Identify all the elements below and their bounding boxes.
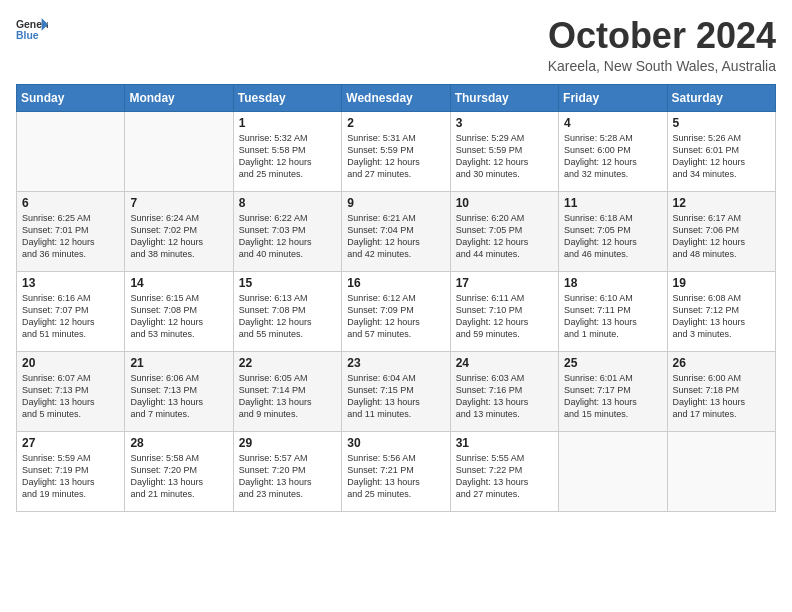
day-number: 6 [22, 196, 119, 210]
day-number: 15 [239, 276, 336, 290]
day-info: Sunrise: 6:12 AM Sunset: 7:09 PM Dayligh… [347, 292, 444, 341]
day-info: Sunrise: 6:00 AM Sunset: 7:18 PM Dayligh… [673, 372, 770, 421]
day-info: Sunrise: 6:10 AM Sunset: 7:11 PM Dayligh… [564, 292, 661, 341]
day-number: 16 [347, 276, 444, 290]
day-info: Sunrise: 6:11 AM Sunset: 7:10 PM Dayligh… [456, 292, 553, 341]
day-number: 10 [456, 196, 553, 210]
day-header-thursday: Thursday [450, 84, 558, 111]
calendar-cell: 24Sunrise: 6:03 AM Sunset: 7:16 PM Dayli… [450, 351, 558, 431]
calendar-cell: 25Sunrise: 6:01 AM Sunset: 7:17 PM Dayli… [559, 351, 667, 431]
day-number: 17 [456, 276, 553, 290]
day-info: Sunrise: 5:31 AM Sunset: 5:59 PM Dayligh… [347, 132, 444, 181]
calendar-cell: 29Sunrise: 5:57 AM Sunset: 7:20 PM Dayli… [233, 431, 341, 511]
calendar-cell: 31Sunrise: 5:55 AM Sunset: 7:22 PM Dayli… [450, 431, 558, 511]
day-info: Sunrise: 6:06 AM Sunset: 7:13 PM Dayligh… [130, 372, 227, 421]
day-header-saturday: Saturday [667, 84, 775, 111]
day-info: Sunrise: 6:25 AM Sunset: 7:01 PM Dayligh… [22, 212, 119, 261]
day-number: 4 [564, 116, 661, 130]
day-info: Sunrise: 5:26 AM Sunset: 6:01 PM Dayligh… [673, 132, 770, 181]
day-number: 25 [564, 356, 661, 370]
logo: General Blue [16, 16, 48, 44]
calendar-cell: 22Sunrise: 6:05 AM Sunset: 7:14 PM Dayli… [233, 351, 341, 431]
day-number: 13 [22, 276, 119, 290]
calendar-cell: 20Sunrise: 6:07 AM Sunset: 7:13 PM Dayli… [17, 351, 125, 431]
day-number: 8 [239, 196, 336, 210]
calendar-cell: 8Sunrise: 6:22 AM Sunset: 7:03 PM Daylig… [233, 191, 341, 271]
day-number: 26 [673, 356, 770, 370]
calendar-cell [125, 111, 233, 191]
page-header: General Blue October 2024 Kareela, New S… [16, 16, 776, 74]
day-number: 20 [22, 356, 119, 370]
day-number: 1 [239, 116, 336, 130]
day-info: Sunrise: 6:08 AM Sunset: 7:12 PM Dayligh… [673, 292, 770, 341]
title-block: October 2024 Kareela, New South Wales, A… [548, 16, 776, 74]
month-title: October 2024 [548, 16, 776, 56]
location: Kareela, New South Wales, Australia [548, 58, 776, 74]
calendar-cell: 1Sunrise: 5:32 AM Sunset: 5:58 PM Daylig… [233, 111, 341, 191]
day-info: Sunrise: 6:16 AM Sunset: 7:07 PM Dayligh… [22, 292, 119, 341]
calendar-cell: 5Sunrise: 5:26 AM Sunset: 6:01 PM Daylig… [667, 111, 775, 191]
calendar-cell: 16Sunrise: 6:12 AM Sunset: 7:09 PM Dayli… [342, 271, 450, 351]
day-info: Sunrise: 6:17 AM Sunset: 7:06 PM Dayligh… [673, 212, 770, 261]
day-info: Sunrise: 6:04 AM Sunset: 7:15 PM Dayligh… [347, 372, 444, 421]
day-number: 22 [239, 356, 336, 370]
day-info: Sunrise: 5:59 AM Sunset: 7:19 PM Dayligh… [22, 452, 119, 501]
calendar-cell: 11Sunrise: 6:18 AM Sunset: 7:05 PM Dayli… [559, 191, 667, 271]
svg-text:Blue: Blue [16, 30, 39, 41]
day-info: Sunrise: 6:20 AM Sunset: 7:05 PM Dayligh… [456, 212, 553, 261]
calendar-cell [559, 431, 667, 511]
day-number: 19 [673, 276, 770, 290]
calendar-cell: 4Sunrise: 5:28 AM Sunset: 6:00 PM Daylig… [559, 111, 667, 191]
day-number: 29 [239, 436, 336, 450]
calendar-cell: 28Sunrise: 5:58 AM Sunset: 7:20 PM Dayli… [125, 431, 233, 511]
day-number: 23 [347, 356, 444, 370]
day-info: Sunrise: 6:22 AM Sunset: 7:03 PM Dayligh… [239, 212, 336, 261]
calendar-cell: 30Sunrise: 5:56 AM Sunset: 7:21 PM Dayli… [342, 431, 450, 511]
day-number: 12 [673, 196, 770, 210]
calendar-cell [667, 431, 775, 511]
day-info: Sunrise: 6:03 AM Sunset: 7:16 PM Dayligh… [456, 372, 553, 421]
day-number: 5 [673, 116, 770, 130]
day-header-tuesday: Tuesday [233, 84, 341, 111]
calendar-cell: 3Sunrise: 5:29 AM Sunset: 5:59 PM Daylig… [450, 111, 558, 191]
day-number: 27 [22, 436, 119, 450]
calendar-cell: 7Sunrise: 6:24 AM Sunset: 7:02 PM Daylig… [125, 191, 233, 271]
calendar-cell: 9Sunrise: 6:21 AM Sunset: 7:04 PM Daylig… [342, 191, 450, 271]
day-info: Sunrise: 6:15 AM Sunset: 7:08 PM Dayligh… [130, 292, 227, 341]
day-info: Sunrise: 6:05 AM Sunset: 7:14 PM Dayligh… [239, 372, 336, 421]
day-number: 14 [130, 276, 227, 290]
day-header-friday: Friday [559, 84, 667, 111]
day-info: Sunrise: 5:58 AM Sunset: 7:20 PM Dayligh… [130, 452, 227, 501]
calendar-cell: 10Sunrise: 6:20 AM Sunset: 7:05 PM Dayli… [450, 191, 558, 271]
calendar-cell: 13Sunrise: 6:16 AM Sunset: 7:07 PM Dayli… [17, 271, 125, 351]
day-info: Sunrise: 5:55 AM Sunset: 7:22 PM Dayligh… [456, 452, 553, 501]
day-number: 7 [130, 196, 227, 210]
day-info: Sunrise: 5:56 AM Sunset: 7:21 PM Dayligh… [347, 452, 444, 501]
day-number: 31 [456, 436, 553, 450]
day-info: Sunrise: 6:21 AM Sunset: 7:04 PM Dayligh… [347, 212, 444, 261]
calendar-table: SundayMondayTuesdayWednesdayThursdayFrid… [16, 84, 776, 512]
day-info: Sunrise: 5:29 AM Sunset: 5:59 PM Dayligh… [456, 132, 553, 181]
day-info: Sunrise: 5:57 AM Sunset: 7:20 PM Dayligh… [239, 452, 336, 501]
day-number: 3 [456, 116, 553, 130]
day-info: Sunrise: 6:24 AM Sunset: 7:02 PM Dayligh… [130, 212, 227, 261]
day-info: Sunrise: 5:28 AM Sunset: 6:00 PM Dayligh… [564, 132, 661, 181]
day-header-monday: Monday [125, 84, 233, 111]
calendar-cell: 12Sunrise: 6:17 AM Sunset: 7:06 PM Dayli… [667, 191, 775, 271]
day-number: 18 [564, 276, 661, 290]
calendar-cell: 21Sunrise: 6:06 AM Sunset: 7:13 PM Dayli… [125, 351, 233, 431]
day-number: 2 [347, 116, 444, 130]
calendar-cell: 17Sunrise: 6:11 AM Sunset: 7:10 PM Dayli… [450, 271, 558, 351]
day-number: 24 [456, 356, 553, 370]
day-info: Sunrise: 6:07 AM Sunset: 7:13 PM Dayligh… [22, 372, 119, 421]
day-number: 11 [564, 196, 661, 210]
day-info: Sunrise: 6:01 AM Sunset: 7:17 PM Dayligh… [564, 372, 661, 421]
day-info: Sunrise: 5:32 AM Sunset: 5:58 PM Dayligh… [239, 132, 336, 181]
calendar-cell: 19Sunrise: 6:08 AM Sunset: 7:12 PM Dayli… [667, 271, 775, 351]
day-info: Sunrise: 6:18 AM Sunset: 7:05 PM Dayligh… [564, 212, 661, 261]
calendar-cell: 18Sunrise: 6:10 AM Sunset: 7:11 PM Dayli… [559, 271, 667, 351]
day-info: Sunrise: 6:13 AM Sunset: 7:08 PM Dayligh… [239, 292, 336, 341]
calendar-cell: 2Sunrise: 5:31 AM Sunset: 5:59 PM Daylig… [342, 111, 450, 191]
calendar-cell: 6Sunrise: 6:25 AM Sunset: 7:01 PM Daylig… [17, 191, 125, 271]
day-number: 21 [130, 356, 227, 370]
